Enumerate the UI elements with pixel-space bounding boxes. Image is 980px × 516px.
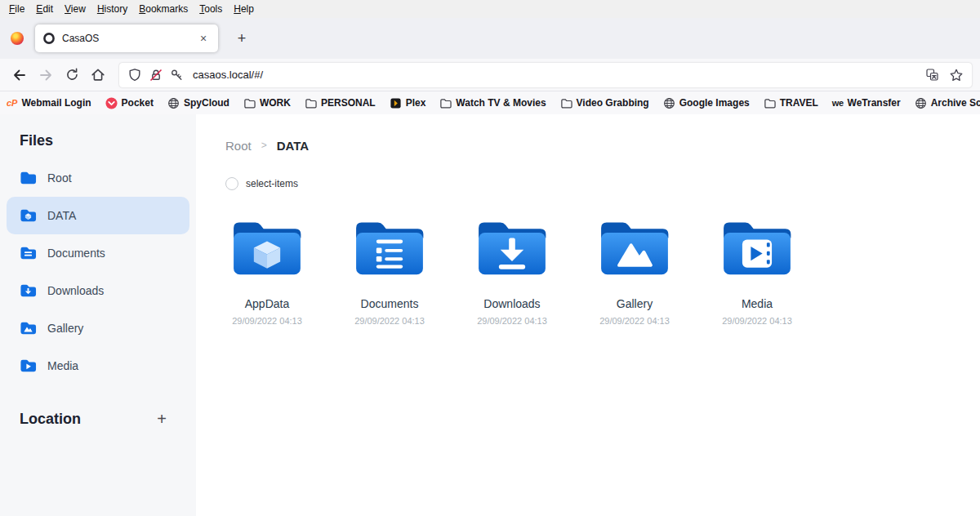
bookmark-label: PERSONAL <box>321 97 376 109</box>
bookmark-label: WeTransfer <box>848 97 901 109</box>
bookmark-spycloud[interactable]: SpyCloud <box>167 97 229 109</box>
folder-date: 29/09/2022 04:13 <box>722 316 792 326</box>
sidebar-item-label: DATA <box>47 209 76 222</box>
tracking-shield-icon[interactable] <box>127 68 142 82</box>
home-button[interactable] <box>85 64 111 87</box>
reload-icon <box>65 67 80 82</box>
documents-folder-icon <box>352 216 427 279</box>
bookmark-personal[interactable]: PERSONAL <box>305 97 376 109</box>
menu-bookmarks[interactable]: Bookmarks <box>133 1 194 17</box>
bookmark-label: Video Grabbing <box>577 97 649 109</box>
breadcrumb-root[interactable]: Root <box>225 139 252 153</box>
sidebar-item-label: Downloads <box>47 284 104 297</box>
sidebar-item-media[interactable]: Media <box>7 347 189 385</box>
key-icon[interactable] <box>170 68 185 82</box>
sidebar-item-downloads[interactable]: Downloads <box>7 272 189 309</box>
folder-documents[interactable]: Documents 29/09/2022 04:13 <box>328 216 451 326</box>
sidebar-item-label: Gallery <box>47 322 83 335</box>
casaos-files-app: Files Root DATA Documents <box>0 114 980 516</box>
translate-icon[interactable] <box>925 68 939 82</box>
bookmark-label: Google Images <box>679 97 750 109</box>
bookmark-travel[interactable]: TRAVEL <box>764 97 818 109</box>
bookmark-work[interactable]: WORK <box>243 97 291 109</box>
bookmark-star-icon[interactable] <box>949 68 964 82</box>
folder-outline-icon <box>764 97 776 109</box>
menu-view[interactable]: View <box>59 1 91 17</box>
sidebar-item-label: Documents <box>47 247 105 260</box>
add-location-button[interactable]: + <box>152 409 172 429</box>
home-icon <box>90 67 106 83</box>
sidebar-item-data[interactable]: DATA <box>7 197 189 234</box>
bookmark-label: TRAVEL <box>780 97 818 109</box>
folder-date: 29/09/2022 04:13 <box>354 316 425 326</box>
bookmark-label: Webmail Login <box>21 97 91 109</box>
casaos-favicon <box>42 32 56 45</box>
sidebar-item-gallery[interactable]: Gallery <box>7 309 189 347</box>
insecure-lock-icon[interactable] <box>149 68 163 82</box>
folder-date: 29/09/2022 04:13 <box>599 316 670 326</box>
breadcrumb: Root > DATA <box>225 137 980 153</box>
folder-media-icon <box>20 358 37 373</box>
bookmark-video-grabbing[interactable]: Video Grabbing <box>560 97 649 109</box>
folder-outline-icon <box>305 97 317 109</box>
bookmark-label: Plex <box>406 97 426 109</box>
folder-cube-icon <box>20 208 37 223</box>
menu-bar: File Edit View History Bookmarks Tools H… <box>0 0 980 18</box>
url-bar[interactable]: casaos.local/#/ <box>119 63 972 87</box>
folder-name: Media <box>742 297 773 310</box>
bookmark-pocket[interactable]: Pocket <box>105 97 154 109</box>
forward-button[interactable] <box>33 64 59 87</box>
bookmark-plex[interactable]: Plex <box>390 97 426 109</box>
new-tab-button[interactable]: + <box>231 28 252 49</box>
menu-file[interactable]: File <box>3 1 30 17</box>
menu-history[interactable]: History <box>91 1 133 17</box>
file-browser-content: Root > DATA select-items AppData <box>196 114 980 516</box>
select-items-checkbox[interactable] <box>225 177 238 190</box>
folder-outline-icon <box>439 97 452 109</box>
bookmark-label: WORK <box>260 97 291 109</box>
tab-title: CasaOS <box>62 33 99 44</box>
bookmark-label: Pocket <box>122 97 154 109</box>
location-heading: Location <box>20 411 81 428</box>
reload-button[interactable] <box>59 64 85 87</box>
folder-date: 29/09/2022 04:13 <box>477 316 547 326</box>
bookmark-webmail-login[interactable]: cP Webmail Login <box>7 97 91 109</box>
menu-tools[interactable]: Tools <box>194 1 228 17</box>
navigation-toolbar: casaos.local/#/ <box>0 59 980 91</box>
bookmark-watch-tv-movies[interactable]: Watch TV & Movies <box>439 97 546 109</box>
bookmark-google-images[interactable]: Google Images <box>663 97 750 109</box>
menu-help[interactable]: Help <box>228 1 260 17</box>
files-heading: Files <box>20 132 196 149</box>
menu-edit[interactable]: Edit <box>30 1 59 17</box>
wetransfer-icon: we <box>832 98 844 108</box>
folder-gallery[interactable]: Gallery 29/09/2022 04:13 <box>573 216 696 326</box>
folder-appdata[interactable]: AppData 29/09/2022 04:13 <box>206 216 328 326</box>
sidebar-item-root[interactable]: Root <box>7 159 189 197</box>
sidebar-item-label: Root <box>47 171 72 185</box>
folder-name: Downloads <box>483 297 540 310</box>
firefox-logo-icon[interactable] <box>11 32 24 45</box>
bookmarks-toolbar: cP Webmail Login Pocket SpyCloud WORK PE… <box>0 91 980 114</box>
tab-close-icon[interactable]: × <box>196 31 211 46</box>
tab-casaos[interactable]: CasaOS × <box>35 24 218 52</box>
bookmark-archive-scrape[interactable]: Archive Scrape <box>915 97 980 109</box>
bookmark-label: Watch TV & Movies <box>456 97 546 109</box>
gallery-folder-icon <box>597 216 672 279</box>
pocket-icon <box>105 97 118 109</box>
media-folder-icon <box>719 216 795 279</box>
folder-downloads-icon <box>20 283 37 298</box>
bookmark-label: Archive Scrape <box>931 97 980 109</box>
folder-name: Gallery <box>617 297 653 310</box>
files-sidebar: Files Root DATA Documents <box>0 114 196 516</box>
folder-outline-icon <box>243 97 256 109</box>
cpanel-icon: cP <box>7 98 17 108</box>
back-button[interactable] <box>7 64 33 87</box>
folder-media[interactable]: Media 29/09/2022 04:13 <box>696 216 818 326</box>
folder-icon <box>20 171 37 185</box>
bookmark-wetransfer[interactable]: we WeTransfer <box>832 97 901 109</box>
plex-icon <box>390 97 402 109</box>
sidebar-item-documents[interactable]: Documents <box>7 234 189 272</box>
folder-downloads[interactable]: Downloads 29/09/2022 04:13 <box>451 216 573 326</box>
url-input[interactable]: casaos.local/#/ <box>193 69 263 81</box>
folder-name: AppData <box>245 297 289 310</box>
